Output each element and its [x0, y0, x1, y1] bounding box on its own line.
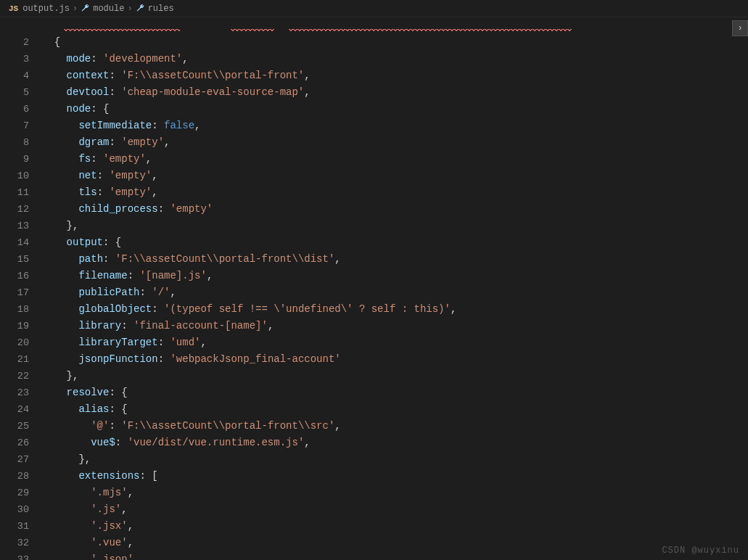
line-number: 29 — [0, 485, 29, 501]
line-number: 12 — [0, 201, 29, 218]
code-line: jsonpFunction: 'webpackJsonp_final-accou… — [42, 351, 748, 368]
line-number: 32 — [0, 535, 29, 551]
breadcrumb-module[interactable]: module — [93, 4, 124, 14]
line-number: 17 — [0, 284, 29, 301]
line-number: 20 — [0, 334, 29, 351]
code-line: { — [42, 34, 748, 51]
line-number: 7 — [0, 118, 29, 134]
code-line: mode: 'development', — [42, 51, 748, 67]
line-number: 24 — [0, 401, 29, 418]
code-line: node: { — [42, 101, 748, 118]
code-line: tls: 'empty', — [42, 184, 748, 201]
code-line: '.jsx', — [42, 518, 748, 535]
code-line: net: 'empty', — [42, 168, 748, 184]
code-line: dgram: 'empty', — [42, 134, 748, 151]
code-line: alias: { — [42, 401, 748, 418]
line-number: 11 — [0, 184, 29, 201]
line-number-gutter: 2345678910111213141516171819202122232425… — [0, 17, 42, 560]
code-line: }, — [42, 368, 748, 384]
line-number: 10 — [0, 168, 29, 184]
line-number: 18 — [0, 301, 29, 318]
code-area[interactable]: { mode: 'development', context: 'F:\\ass… — [42, 17, 748, 560]
line-number: 6 — [0, 101, 29, 118]
line-number: 23 — [0, 384, 29, 401]
line-number: 21 — [0, 351, 29, 368]
code-line: extensions: [ — [42, 468, 748, 485]
code-line: path: 'F:\\assetCount\\portal-front\\dis… — [42, 251, 748, 268]
line-number: 2 — [0, 34, 29, 51]
line-number: 19 — [0, 318, 29, 334]
code-line: setImmediate: false, — [42, 118, 748, 134]
line-number: 16 — [0, 268, 29, 284]
line-number: 8 — [0, 134, 29, 151]
chevron-right-icon: › — [737, 23, 742, 33]
line-number: 31 — [0, 518, 29, 535]
wrench-icon — [81, 4, 90, 13]
js-file-icon: JS — [9, 4, 18, 13]
code-line: filename: '[name].js', — [42, 268, 748, 284]
breadcrumb-file[interactable]: output.js — [22, 4, 70, 14]
code-line: output: { — [42, 234, 748, 251]
code-line: context: 'F:\\assetCount\\portal-front', — [42, 67, 748, 84]
line-number: 26 — [0, 435, 29, 451]
line-number: 27 — [0, 451, 29, 468]
line-number: 9 — [0, 151, 29, 168]
code-line: resolve: { — [42, 384, 748, 401]
chevron-right-icon: › — [73, 4, 78, 14]
code-line: publicPath: '/', — [42, 284, 748, 301]
code-line: }, — [42, 451, 748, 468]
line-number: 33 — [0, 551, 29, 560]
code-line: library: 'final-account-[name]', — [42, 318, 748, 334]
line-number: 28 — [0, 468, 29, 485]
code-editor[interactable]: 2345678910111213141516171819202122232425… — [0, 17, 748, 560]
code-line: devtool: 'cheap-module-eval-source-map', — [42, 84, 748, 101]
line-number: 4 — [0, 67, 29, 84]
line-number: 15 — [0, 251, 29, 268]
wrench-icon — [136, 4, 145, 13]
code-line: '.json', — [42, 551, 748, 560]
line-number: 3 — [0, 51, 29, 67]
code-line: '@': 'F:\\assetCount\\portal-front\\src'… — [42, 418, 748, 435]
line-number: 13 — [0, 218, 29, 234]
code-line: '.mjs', — [42, 485, 748, 501]
line-number: 5 — [0, 84, 29, 101]
code-line: child_process: 'empty' — [42, 201, 748, 218]
watermark: CSDN @wuyxinu — [662, 545, 739, 556]
chevron-right-icon: › — [127, 4, 132, 14]
error-squiggly-row — [42, 17, 748, 34]
code-line: '.js', — [42, 501, 748, 518]
breadcrumb: JS output.js › module › rules — [0, 0, 748, 17]
code-line: libraryTarget: 'umd', — [42, 334, 748, 351]
code-line: fs: 'empty', — [42, 151, 748, 168]
code-line: '.vue', — [42, 535, 748, 551]
code-line: }, — [42, 218, 748, 234]
breadcrumb-rules[interactable]: rules — [148, 4, 174, 14]
line-number: 25 — [0, 418, 29, 435]
code-line: globalObject: '(typeof self !== \'undefi… — [42, 301, 748, 318]
line-number: 14 — [0, 234, 29, 251]
line-number: 30 — [0, 501, 29, 518]
code-line: vue$: 'vue/dist/vue.runtime.esm.js', — [42, 435, 748, 451]
overflow-button[interactable]: › — [732, 20, 748, 36]
line-number: 22 — [0, 368, 29, 384]
